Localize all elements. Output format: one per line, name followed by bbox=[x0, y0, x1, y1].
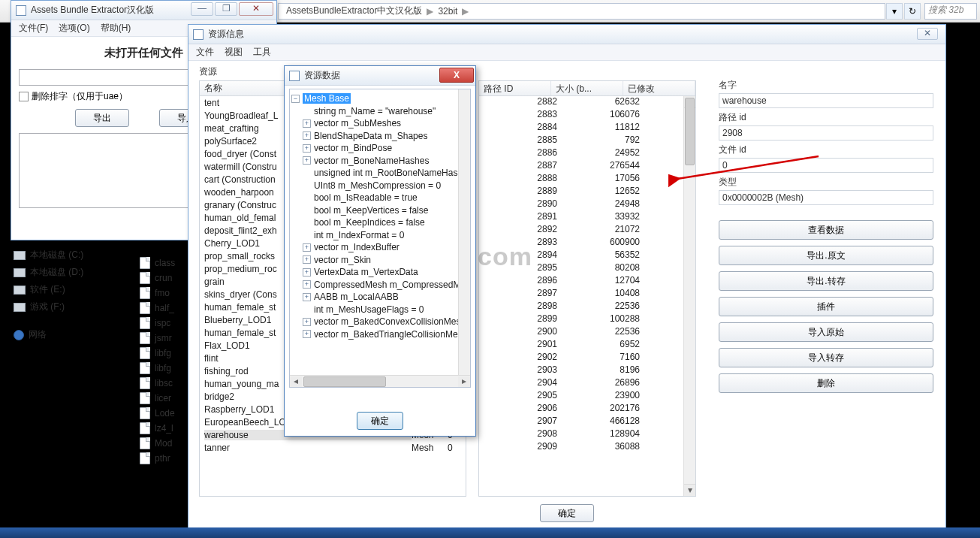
network-section[interactable]: 网络 bbox=[11, 326, 131, 343]
minimize-button[interactable]: — bbox=[191, 2, 213, 16]
detail-row[interactable]: 288411812 bbox=[479, 122, 695, 134]
info-menu-tools[interactable]: 工具 bbox=[249, 44, 276, 60]
detail-row[interactable]: 2893600900 bbox=[479, 237, 695, 249]
delete-button[interactable]: 删除 bbox=[719, 373, 933, 393]
data-close-button[interactable]: X bbox=[439, 68, 474, 83]
detail-row[interactable]: 290936088 bbox=[479, 441, 695, 454]
file-item[interactable]: jsmr bbox=[140, 331, 192, 346]
detail-row[interactable]: 289133932 bbox=[479, 211, 695, 224]
detail-row[interactable]: 2883106076 bbox=[479, 109, 695, 122]
tree-node[interactable]: +vector m_IndexBuffer bbox=[291, 241, 469, 254]
hscroll-thumb[interactable] bbox=[303, 376, 386, 387]
detail-row[interactable]: 289221072 bbox=[479, 224, 695, 237]
file-item[interactable]: fmo bbox=[140, 286, 192, 301]
expand-icon[interactable]: + bbox=[303, 293, 311, 301]
main-titlebar[interactable]: Assets Bundle Extractor汉化版 — ❐ ✕ bbox=[11, 1, 276, 20]
expand-icon[interactable]: + bbox=[303, 144, 311, 153]
info-menu-view[interactable]: 视图 bbox=[220, 44, 247, 60]
file-item[interactable]: libfg bbox=[140, 346, 192, 361]
drive-item[interactable]: 本地磁盘 (C:) bbox=[11, 246, 131, 264]
hscroll-right-icon[interactable]: ▸ bbox=[458, 376, 470, 387]
expand-icon[interactable]: + bbox=[303, 131, 311, 140]
export-button[interactable]: 导出 bbox=[75, 109, 129, 127]
export-dump-button[interactable]: 导出.转存 bbox=[719, 271, 933, 291]
tree-node[interactable]: +AABB m_LocalAABB bbox=[291, 291, 469, 304]
detail-row[interactable]: 2899100288 bbox=[479, 313, 695, 326]
file-item[interactable]: libfg bbox=[140, 361, 192, 376]
expand-icon[interactable]: + bbox=[303, 156, 311, 165]
info-titlebar[interactable]: 资源信息 ✕ bbox=[188, 25, 945, 44]
tree-node[interactable]: bool m_IsReadable = true bbox=[291, 192, 469, 204]
remove-type-checkbox[interactable] bbox=[19, 92, 29, 101]
resource-row[interactable]: tannerMesh0 bbox=[200, 441, 466, 454]
drive-item[interactable]: 游戏 (F:) bbox=[11, 298, 131, 316]
file-item[interactable]: class bbox=[140, 255, 192, 271]
view-data-button[interactable]: 查看数据 bbox=[719, 220, 933, 240]
file-item[interactable]: pthr bbox=[140, 451, 192, 466]
detail-row[interactable]: 2907466128 bbox=[479, 416, 695, 428]
detail-row[interactable]: 2906202176 bbox=[479, 403, 695, 416]
expand-icon[interactable]: + bbox=[303, 268, 311, 277]
file-item[interactable]: lz4_l bbox=[140, 421, 192, 436]
tree-node[interactable]: +BlendShapeData m_Shapes bbox=[291, 130, 469, 143]
detail-row[interactable]: 2887276544 bbox=[479, 160, 695, 173]
crumb-2[interactable]: 32bit bbox=[435, 6, 460, 17]
file-item[interactable]: Lode bbox=[140, 406, 192, 421]
detail-row[interactable]: 289710408 bbox=[479, 288, 695, 301]
detail-row[interactable]: 2885792 bbox=[479, 134, 695, 147]
scroll-down-icon[interactable]: ▾ bbox=[684, 484, 695, 496]
expand-icon[interactable]: + bbox=[303, 243, 311, 252]
taskbar[interactable] bbox=[0, 527, 980, 538]
expand-icon[interactable]: + bbox=[303, 330, 311, 338]
drive-item[interactable]: 本地磁盘 (D:) bbox=[11, 264, 131, 281]
detail-row[interactable]: 289612704 bbox=[479, 275, 695, 288]
detail-row[interactable]: 290426896 bbox=[479, 377, 695, 390]
import-dump-button[interactable]: 导入转存 bbox=[719, 348, 933, 367]
detail-row[interactable]: 288262632 bbox=[479, 96, 695, 109]
detail-row[interactable]: 288817056 bbox=[479, 173, 695, 186]
tree-node[interactable]: string m_Name = "warehouse" bbox=[291, 105, 469, 118]
info-close-button[interactable]: ✕ bbox=[917, 28, 938, 40]
file-item[interactable]: crun bbox=[140, 271, 192, 286]
history-dropdown[interactable]: ▾ bbox=[886, 3, 903, 20]
tree-node[interactable]: +vector m_Skin bbox=[291, 254, 469, 267]
detail-row[interactable]: 289456352 bbox=[479, 249, 695, 262]
file-item[interactable]: licer bbox=[140, 391, 192, 406]
tree-node[interactable]: unsigned int m_RootBoneNameHash bbox=[291, 167, 469, 180]
tree-vertical-scrollbar[interactable] bbox=[458, 89, 470, 375]
tree-root[interactable]: −Mesh Base bbox=[291, 92, 469, 105]
tree-node[interactable]: +vector m_BoneNameHashes bbox=[291, 155, 469, 168]
drive-item[interactable]: 软件 (E:) bbox=[11, 281, 131, 298]
import-raw-button[interactable]: 导入原始 bbox=[719, 322, 933, 342]
tree-horizontal-scrollbar[interactable]: ◂ ▸ bbox=[290, 375, 470, 387]
detail-row[interactable]: 290022536 bbox=[479, 326, 695, 339]
expand-icon[interactable]: + bbox=[303, 318, 311, 326]
detail-row[interactable]: 288624952 bbox=[479, 147, 695, 160]
file-item[interactable]: half_ bbox=[140, 301, 192, 316]
maximize-button[interactable]: ❐ bbox=[215, 2, 237, 16]
tree-node[interactable]: +VertexData m_VertexData bbox=[291, 266, 469, 279]
col-size-header[interactable]: 大小 (b... bbox=[551, 81, 623, 95]
tree-node[interactable]: bool m_KeepVertices = false bbox=[291, 204, 469, 217]
expand-icon[interactable]: + bbox=[303, 280, 311, 289]
tree-node[interactable]: +vector m_BakedTriangleCollisionMes bbox=[291, 328, 469, 341]
detail-row[interactable]: 29016952 bbox=[479, 339, 695, 352]
plugin-button[interactable]: 插件 bbox=[719, 297, 933, 316]
scroll-thumb[interactable] bbox=[685, 98, 695, 165]
detail-row[interactable]: 2908128904 bbox=[479, 428, 695, 441]
resource-detail-columns[interactable]: 路径 ID 大小 (b... 已修改 288262632288310607628… bbox=[478, 80, 696, 497]
tree-node[interactable]: +CompressedMesh m_CompressedMe bbox=[291, 279, 469, 292]
file-item[interactable]: libsc bbox=[140, 376, 192, 391]
col-pathid-header[interactable]: 路径 ID bbox=[479, 81, 551, 95]
tree-node[interactable]: UInt8 m_MeshCompression = 0 bbox=[291, 180, 469, 192]
detail-row[interactable]: 289024948 bbox=[479, 198, 695, 211]
expand-icon[interactable]: + bbox=[303, 255, 311, 264]
info-ok-button[interactable]: 确定 bbox=[540, 504, 594, 522]
menu-options[interactable]: 选项(O) bbox=[54, 20, 94, 36]
detail-row[interactable]: 289580208 bbox=[479, 262, 695, 275]
col-modified-header[interactable]: 已修改 bbox=[623, 81, 695, 95]
export-raw-button[interactable]: 导出.原文 bbox=[719, 246, 933, 265]
menu-help[interactable]: 帮助(H) bbox=[96, 20, 136, 36]
file-item[interactable]: Mod bbox=[140, 436, 192, 451]
detail-row[interactable]: 289822536 bbox=[479, 301, 695, 313]
